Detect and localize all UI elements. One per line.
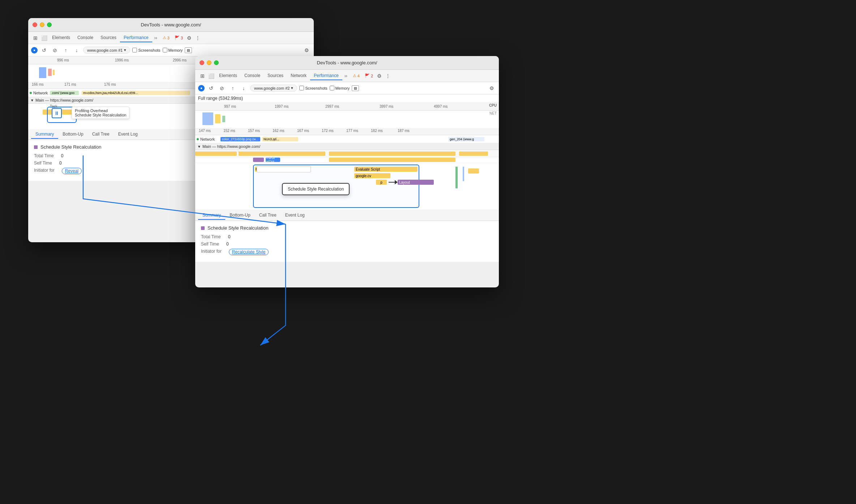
inspect-icon[interactable]: ⊞ — [31, 34, 40, 42]
traffic-lights-front — [200, 60, 219, 65]
more-tabs-front[interactable]: ›› — [342, 72, 350, 80]
front-initiator-row: Initiator for Recalculate Style — [201, 249, 493, 255]
close-button-front[interactable] — [200, 60, 204, 65]
maximize-button-front[interactable] — [214, 60, 219, 65]
task-bar-front-2[interactable] — [239, 151, 325, 156]
minimize-button-front[interactable] — [207, 60, 211, 65]
layout-bar-front[interactable]: Layout — [398, 180, 434, 185]
tab-sources-back[interactable]: Sources — [97, 34, 120, 42]
mini-bar-front-3 — [222, 116, 225, 122]
maximize-button-back[interactable] — [47, 22, 52, 27]
main-label-back: Main — https://www.google.com/ — [35, 98, 93, 102]
evaluate-script-bar-front[interactable]: Evaluate Script — [354, 167, 418, 172]
ov-mark-3: 2997 ms — [325, 104, 339, 108]
mini-bar-2 — [48, 69, 52, 76]
screenshots-check-front[interactable]: Screenshots — [299, 86, 327, 90]
reload-btn-back[interactable]: ↺ — [40, 46, 48, 55]
front-network-row: Network color_272x92dp.png (w... NUn3,qd… — [195, 135, 499, 143]
task-bar-front-4[interactable] — [459, 151, 488, 156]
cpu-label-front: CPU — [489, 103, 497, 107]
settings-icon-back[interactable]: ⚙ — [185, 34, 193, 42]
cpu-icon-front: ▤ — [352, 85, 359, 91]
clear-btn-back[interactable]: ⊘ — [51, 46, 59, 55]
memory-check-back[interactable]: Memory — [163, 48, 183, 52]
url-selector-front[interactable]: www.google.com #2 ▾ — [250, 85, 297, 91]
yellow-bar-right-1 — [468, 168, 479, 174]
tab-sources-front[interactable]: Sources — [264, 72, 287, 80]
tab-eventlog-back[interactable]: Event Log — [114, 130, 142, 139]
tab-summary-front[interactable]: Summary — [198, 211, 225, 220]
tab-bottomup-front[interactable]: Bottom-Up — [225, 211, 254, 220]
p-bar-front[interactable]: p — [376, 180, 387, 185]
front-summary-title: Schedule Style Recalculation — [201, 225, 493, 231]
warning-badge-front: ⚠ 4 — [351, 73, 361, 79]
settings-icon-front[interactable]: ⚙ — [375, 72, 384, 80]
front-subtask-row1: Parse HTML — [195, 157, 499, 163]
tab-network-front[interactable]: Network — [287, 72, 310, 80]
more-tabs-back[interactable]: ›› — [152, 34, 159, 42]
upload-btn-back[interactable]: ↑ — [61, 46, 70, 55]
url-selector-back[interactable]: www.google.com #1 ▾ — [83, 47, 130, 54]
tab-bottomup-back[interactable]: Bottom-Up — [58, 130, 87, 139]
eval-bar-1[interactable] — [329, 158, 455, 162]
tab-calltree-back[interactable]: Call Tree — [88, 130, 114, 139]
ov-mark-1: 997 ms — [224, 104, 236, 108]
time-mark-2-back: 1996 ms — [115, 58, 129, 62]
main-chevron-front[interactable]: ▼ — [197, 145, 201, 149]
more-icon-front[interactable]: ⋮ — [384, 72, 392, 80]
profiling-tooltip-back: Profiling Overhead Schedule Style Recalc… — [72, 107, 129, 119]
reload-btn-front[interactable]: ↺ — [207, 84, 215, 93]
settings-perf-icon-front[interactable]: ⚙ — [487, 84, 496, 93]
mini-bar-3 — [53, 70, 55, 75]
back-tab-bar: ⊞ ⬜ Elements Console Sources Performance… — [28, 32, 314, 44]
parse-html-bar[interactable]: Parse HTML — [266, 158, 280, 162]
tab-elements-back[interactable]: Elements — [48, 34, 74, 42]
recalculate-link-front[interactable]: Recalculate Style — [229, 249, 269, 255]
purple-dot-front — [201, 226, 205, 230]
tab-performance-front[interactable]: Performance — [310, 72, 342, 80]
tab-eventlog-front[interactable]: Event Log — [281, 211, 309, 220]
download-btn-back[interactable]: ↓ — [72, 46, 81, 55]
close-button-back[interactable] — [33, 22, 37, 27]
front-tasks-row: Task Task Task Task — [195, 150, 499, 157]
record-btn-back[interactable]: ● — [31, 47, 38, 54]
front-title-bar: DevTools - www.google.com/ — [195, 56, 499, 70]
arrow-head-front — [395, 180, 398, 184]
reveal-link-back[interactable]: Reveal — [62, 168, 82, 174]
tab-elements-front[interactable]: Elements — [215, 72, 241, 80]
time-mark-1-back: 996 ms — [57, 58, 69, 62]
download-btn-front[interactable]: ↓ — [239, 84, 248, 93]
screenshots-check-back[interactable]: Screenshots — [132, 48, 160, 52]
parse-bar-1[interactable] — [253, 158, 264, 162]
device-icon-front[interactable]: ⬜ — [207, 72, 215, 80]
error-badge-front: 🚩 2 — [363, 73, 375, 79]
tab-performance-back[interactable]: Performance — [120, 34, 152, 42]
tab-calltree-front[interactable]: Call Tree — [255, 211, 281, 220]
network-bar-front-1: color_272x92dp.png (w... — [221, 137, 260, 141]
record-btn-front[interactable]: ● — [198, 85, 205, 91]
task-bar-front-3[interactable] — [329, 151, 455, 156]
blue-bar-right-1 — [463, 167, 464, 181]
main-chevron-back[interactable]: ▼ — [30, 98, 34, 102]
clear-btn-front[interactable]: ⊘ — [218, 84, 226, 93]
error-badge-back: 🚩 3 — [173, 35, 185, 41]
front-time-ruler-overview: 997 ms 1997 ms 2997 ms 3997 ms 4997 ms C… — [195, 103, 499, 111]
tab-summary-back[interactable]: Summary — [31, 130, 58, 139]
tab-console-front[interactable]: Console — [241, 72, 264, 80]
device-icon[interactable]: ⬜ — [40, 34, 48, 42]
minimize-button-back[interactable] — [40, 22, 44, 27]
google-cv-bar-front[interactable]: google.cv — [354, 173, 390, 178]
network-bar-front-3: gen_204 (www.g — [448, 137, 484, 141]
upload-btn-front[interactable]: ↑ — [228, 84, 237, 93]
front-rec-toolbar: ● ↺ ⊘ ↑ ↓ www.google.com #2 ▾ Screenshot… — [195, 82, 499, 94]
settings-perf-icon-back[interactable]: ⚙ — [302, 46, 311, 55]
inspect-icon-front[interactable]: ⊞ — [198, 72, 207, 80]
purple-dot-back — [34, 145, 38, 149]
full-range-label: Full range (5342.99ms) — [195, 94, 499, 103]
memory-check-front[interactable]: Memory — [330, 86, 350, 90]
ov-mark-2: 1997 ms — [275, 104, 288, 108]
more-icon-back[interactable]: ⋮ — [193, 34, 202, 42]
tab-console-back[interactable]: Console — [74, 34, 97, 42]
front-summary-panel: Schedule Style Recalculation Total Time … — [195, 221, 499, 262]
task-bar-front-1[interactable] — [195, 151, 237, 156]
